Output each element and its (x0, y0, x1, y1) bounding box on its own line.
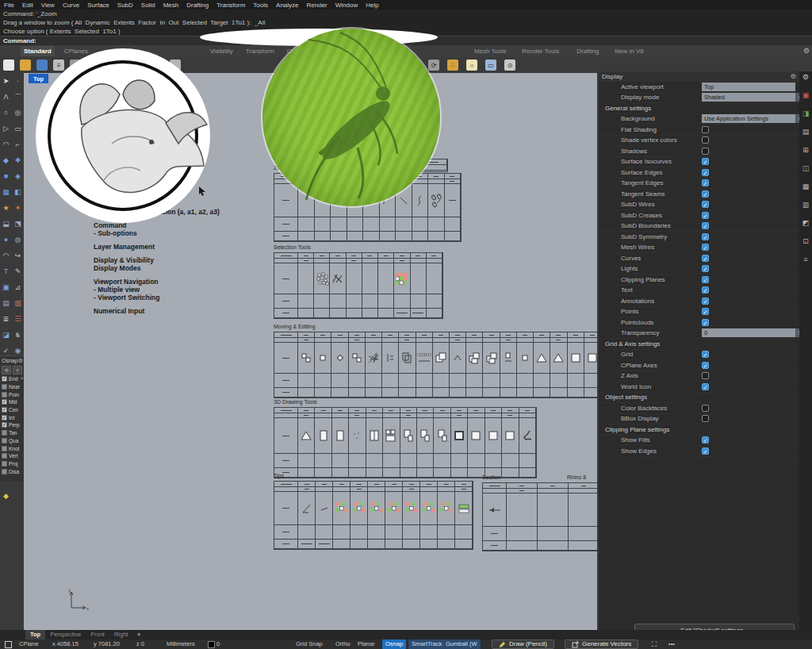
checkbox-z-axis[interactable] (702, 372, 709, 379)
status-toggle-ortho[interactable]: Ortho (335, 639, 350, 649)
rail-tool-icon-23[interactable]: ↪ (12, 248, 24, 263)
menu-transform[interactable]: Transform (213, 2, 249, 9)
generate-vectors-button[interactable]: Generate Vectors (565, 639, 638, 649)
menu-help[interactable]: Help (362, 2, 382, 9)
checkbox-subd-creases[interactable]: ✓ (702, 212, 709, 219)
toolbar-tab-mesh-tools[interactable]: Mesh Tools (471, 46, 509, 56)
rail-tool-icon-19[interactable]: ⬔ (12, 216, 24, 232)
rail-tool-icon-11[interactable]: ❖ (12, 152, 24, 168)
strip-icon-10[interactable]: ≡ (803, 255, 807, 263)
menu-file[interactable]: File (0, 2, 18, 9)
checkbox-shadows[interactable] (702, 148, 709, 155)
menu-edit[interactable]: Edit (18, 2, 37, 9)
status-layer[interactable]: 0 (208, 639, 220, 649)
checkbox-show-fills[interactable]: ✓ (702, 436, 709, 444)
status-toggle-smarttrack[interactable]: SmartTrack (408, 639, 445, 649)
image-export-icon[interactable]: ⛶ (652, 639, 657, 649)
rail-tool-icon-27[interactable]: ⊿ (12, 279, 24, 295)
osnap-item-tan[interactable]: Tan (0, 429, 24, 437)
rail-tool-icon-0[interactable]: ➤ (0, 73, 12, 89)
viewport-tab-right[interactable]: Right (109, 630, 133, 639)
osnap-checkbox-end[interactable]: ✓ (2, 376, 7, 382)
checkbox-world-icon[interactable]: ✓ (702, 383, 709, 390)
osnap-checkbox-vert[interactable] (2, 453, 7, 459)
osnap-checkbox-perp[interactable]: ✓ (2, 422, 7, 428)
gear-icon[interactable]: ⚙ (803, 47, 810, 55)
rail-tool-icon-3[interactable]: ⌒ (12, 89, 24, 105)
dropdown-background[interactable]: Use Application Settings (702, 114, 795, 123)
checkbox-surface-edges[interactable]: ✓ (702, 169, 709, 176)
rail-tool-icon-7[interactable]: ▭ (12, 121, 24, 136)
checkbox-subd-boundaries[interactable]: ✓ (702, 222, 709, 229)
osnap-item-qua[interactable]: Qua (0, 437, 24, 445)
toolbar-tab-visibility[interactable]: Visibility (207, 46, 236, 56)
more-options-button[interactable]: ••• (668, 639, 675, 649)
checkbox-curves[interactable]: ✓ (702, 255, 709, 262)
rail-tool-icon-25[interactable]: ✎ (12, 263, 24, 279)
toolbar-icon-0[interactable] (3, 60, 14, 71)
rail-tool-icon-20[interactable]: ● (0, 232, 12, 248)
toolbar-icon-1[interactable] (20, 60, 31, 71)
strip-icon-0[interactable]: ⚙ (802, 73, 809, 81)
checkbox-annotations[interactable]: ✓ (702, 298, 709, 305)
osnap-checkbox-cen[interactable]: ✓ (2, 407, 7, 413)
checkbox-text[interactable]: ✓ (702, 286, 709, 294)
menu-solid[interactable]: Solid (137, 2, 159, 9)
checkbox-mesh-wires[interactable]: ✓ (702, 244, 709, 251)
osnap-item-proj[interactable]: Proj (0, 460, 24, 468)
rail-tool-icon-29[interactable]: ▥ (12, 295, 24, 311)
checkbox-show-edges[interactable]: ✓ (702, 447, 709, 455)
strip-icon-7[interactable]: ▥ (802, 201, 810, 209)
toolbar-tab-new-in-v8[interactable]: New in V8 (611, 46, 646, 56)
draw-pencil-button[interactable]: Draw (Pencil) (492, 639, 554, 649)
rail-tool-icon-15[interactable]: ◧ (12, 184, 24, 200)
toolbar-icon-r7[interactable]: ⊙ (504, 60, 515, 71)
rail-tool-icon-31[interactable]: ☰ (12, 311, 24, 327)
status-swatch-icon[interactable] (5, 641, 12, 648)
osnap-item-mid[interactable]: ✓Mid (0, 398, 24, 406)
status-cplane[interactable]: CPlane (19, 639, 39, 649)
menu-window[interactable]: Window (331, 2, 362, 9)
rail-tool-icon-10[interactable]: ◆ (0, 152, 12, 168)
osnap-checkbox-near[interactable] (2, 384, 7, 390)
checkbox-pointclouds[interactable]: ✓ (702, 319, 709, 326)
osnap-back-button[interactable]: ⟲ (2, 366, 11, 374)
rail-tool-icon-21[interactable]: ◍ (12, 232, 24, 248)
field-active-viewport[interactable]: Top (702, 83, 795, 91)
status-toggle-planar[interactable]: Planar (358, 639, 375, 649)
osnap-item-cen[interactable]: ✓Cen (0, 406, 24, 414)
rail-tool-icon-9[interactable]: ⌐ (12, 136, 24, 152)
rail-tool-icon-26[interactable]: ▣ (0, 279, 12, 295)
rail-tool-icon-18[interactable]: ⬓ (0, 216, 12, 232)
osnap-item-poin[interactable]: Poin (0, 390, 24, 398)
gear-icon[interactable]: ⚙ (18, 358, 23, 364)
status-toggle-grid-snap[interactable]: Grid Snap (296, 639, 323, 649)
checkbox-lights[interactable]: ✓ (702, 265, 709, 272)
osnap-checkbox-knot[interactable] (2, 446, 7, 451)
checkbox-tangent-edges[interactable]: ✓ (702, 179, 709, 186)
osnap-filter-button[interactable]: Y (13, 366, 22, 374)
menu-mesh[interactable]: Mesh (159, 2, 183, 9)
osnap-item-perp[interactable]: ✓Perp (0, 421, 24, 429)
rail-tool-icon-28[interactable]: ▤ (0, 295, 12, 311)
toolbar-icon-r4[interactable]: ∴ (447, 60, 458, 71)
toolbar-tab-drafting[interactable]: Drafting (573, 46, 602, 56)
menu-drafting[interactable]: Drafting (182, 2, 213, 9)
rail-tool-icon-32[interactable]: ◪ (0, 327, 12, 343)
rail-tool-icon-6[interactable]: ▷ (0, 121, 12, 136)
status-toggle-gumball-w[interactable]: Gumball (W (442, 639, 481, 649)
osnap-checkbox-qua[interactable] (2, 438, 7, 444)
osnap-checkbox-poin[interactable] (2, 392, 7, 397)
viewport-tab-perspective[interactable]: Perspective (45, 630, 86, 639)
dropdown-display-mode[interactable]: Shaded (702, 93, 795, 102)
rail-tool-icon-1[interactable]: · (12, 73, 24, 89)
checkbox-subd-symmetry[interactable]: ✓ (702, 233, 709, 240)
osnap-item-vert[interactable]: Vert (0, 452, 24, 460)
menu-subd[interactable]: SubD (113, 2, 137, 9)
osnap-checkbox-disa[interactable] (2, 469, 7, 474)
strip-icon-2[interactable]: ◨ (802, 109, 810, 117)
strip-icon-1[interactable]: ▣ (802, 91, 810, 99)
rail-tool-icon-12[interactable]: ■ (0, 168, 12, 184)
checkbox-color-backfaces[interactable] (702, 405, 709, 412)
menu-render[interactable]: Render (303, 2, 331, 9)
